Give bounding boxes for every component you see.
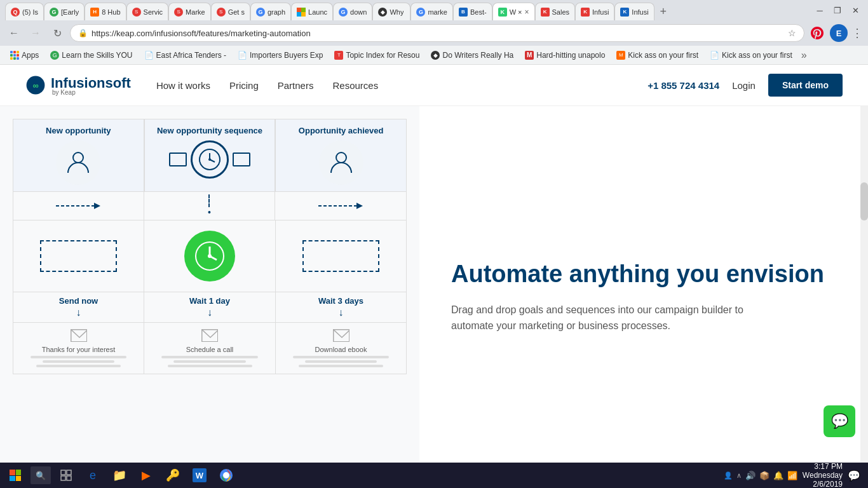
volume-icon[interactable]: 🔊 — [745, 471, 756, 480]
maximize-button[interactable]: ❐ — [830, 3, 845, 18]
bookmark-6[interactable]: ◆ Do Writers Really Ha — [426, 50, 519, 61]
browser-tab-8[interactable]: Launc — [291, 3, 333, 20]
action-center-icon[interactable]: 💬 — [848, 470, 860, 482]
taskbar-system-icons: 👤 ∧ 🔊 📦 🔔 📶 — [724, 471, 797, 480]
chrome-button[interactable] — [214, 464, 239, 487]
browser-tab-15[interactable]: K Infusi — [575, 3, 614, 20]
minimize-button[interactable]: ─ — [812, 3, 827, 18]
tab-label-6: Get s — [228, 8, 245, 16]
send-label-2: Wait 1 day ↓ — [144, 292, 275, 322]
send-label-1: Send now ↓ — [13, 292, 144, 322]
chat-icon: 💬 — [831, 413, 848, 430]
bookmark-2[interactable]: G Learn the Skills YOU — [45, 50, 137, 61]
logo[interactable]: ∞ Infusionsoft by Keap — [25, 75, 131, 96]
refresh-button[interactable]: ↻ — [48, 24, 66, 42]
browser-tab-2[interactable]: G [Early — [44, 3, 85, 20]
email-icon-1 — [71, 329, 87, 342]
network-icon[interactable]: 📶 — [787, 471, 797, 480]
bookmark-4[interactable]: 📄 Importers Buyers Exp — [233, 50, 328, 61]
keeper-button[interactable]: 🔑 — [160, 464, 186, 487]
scrollbar-thumb[interactable] — [860, 182, 868, 220]
bookmark-label-5: Topic Index for Resou — [346, 51, 419, 60]
green-clock-row — [13, 220, 407, 292]
tab-label-10: Why — [390, 8, 403, 16]
svg-rect-21 — [61, 476, 65, 480]
right-empty-cell — [275, 220, 406, 292]
col2-title: New opportunity sequence — [150, 126, 270, 135]
ie-icon: e — [90, 469, 96, 482]
email-title-3: Download ebook — [281, 346, 401, 353]
file-explorer-button[interactable]: 📁 — [107, 464, 132, 487]
website: ∞ Infusionsoft by Keap How it works Pric… — [0, 65, 868, 488]
browser-tab-5[interactable]: S Marke — [168, 3, 211, 20]
taskbar-chevron-icon[interactable]: ∧ — [736, 471, 742, 480]
browser-tab-11[interactable]: G marke — [410, 3, 453, 20]
browser-tab-7[interactable]: G graph — [250, 3, 291, 20]
login-link[interactable]: Login — [732, 80, 756, 91]
bookmark-apps-label: Apps — [22, 51, 39, 60]
nav-right: +1 855 724 4314 Login Start demo — [648, 74, 843, 97]
browser-tab-16[interactable]: K Infusi — [614, 3, 654, 20]
close-button[interactable]: ✕ — [848, 3, 863, 18]
browser-tab-6[interactable]: S Get s — [211, 3, 250, 20]
browser-tab-3[interactable]: H 8 Hub — [85, 3, 126, 20]
forward-button[interactable]: → — [27, 24, 44, 42]
down-arrow-3: ↓ — [280, 307, 402, 318]
bookmark-favicon-4: 📄 — [238, 51, 247, 60]
chat-button[interactable]: 💬 — [824, 405, 855, 437]
bookmark-star-icon[interactable]: ☆ — [788, 28, 796, 38]
bookmark-favicon-9: 📄 — [710, 51, 719, 60]
tab-favicon-14: K — [541, 8, 550, 17]
email-line — [43, 360, 114, 363]
tab-close-13[interactable]: × — [525, 8, 529, 17]
nav-how-it-works[interactable]: How it works — [156, 80, 210, 91]
taskbar-search[interactable]: 🔍 — [31, 466, 51, 484]
person-taskbar-icon: 👤 — [724, 471, 733, 480]
bookmark-5[interactable]: T Topic Index for Resou — [329, 50, 424, 61]
browser-tab-1[interactable]: Q (5) Is — [5, 3, 44, 20]
pinterest-extension[interactable] — [808, 24, 826, 42]
start-demo-button[interactable]: Start demo — [768, 74, 843, 97]
page-scrollbar[interactable] — [860, 106, 868, 488]
arrow-cell-2: • — [144, 192, 276, 220]
menu-button[interactable]: ⋮ — [851, 26, 863, 40]
svg-point-2 — [73, 152, 83, 163]
nav-resources[interactable]: Resources — [332, 80, 378, 91]
url-bar[interactable]: 🔒 https://keap.com/infusionsoft/features… — [70, 24, 804, 42]
vlc-button[interactable]: ▶ — [133, 464, 159, 487]
tab-favicon-6: S — [217, 8, 226, 17]
bookmarks-more-button[interactable]: » — [799, 48, 810, 62]
email-line — [36, 365, 120, 367]
browser-tab-10[interactable]: ◆ Why — [372, 3, 410, 20]
tab-favicon-11: G — [416, 8, 425, 17]
browser-tab-13[interactable]: K W × × — [492, 3, 535, 20]
new-tab-button[interactable]: + — [654, 3, 672, 20]
internet-explorer-button[interactable]: e — [80, 464, 105, 487]
down-arrow-1: ↓ — [17, 307, 140, 318]
taskbar-apps: e 📁 ▶ 🔑 W — [53, 464, 724, 487]
back-button[interactable]: ← — [5, 24, 23, 42]
bookmark-apps[interactable]: Apps — [5, 50, 44, 61]
left-empty-cell — [13, 220, 144, 292]
start-button[interactable] — [3, 464, 28, 487]
browser-tab-9[interactable]: G down — [333, 3, 372, 20]
nav-partners[interactable]: Partners — [278, 80, 314, 91]
profile-button[interactable]: E — [830, 24, 848, 42]
browser-tab-14[interactable]: K Sales — [535, 3, 576, 20]
browser-tab-4[interactable]: S Servic — [126, 3, 169, 20]
bookmark-9[interactable]: 📄 Kick ass on your first — [705, 50, 797, 61]
nav-pricing[interactable]: Pricing — [229, 80, 259, 91]
notification-icon[interactable]: 🔔 — [773, 471, 783, 480]
task-view-button[interactable] — [53, 464, 79, 487]
bookmark-8[interactable]: M Kick ass on your first — [611, 50, 703, 61]
green-clock-cell — [144, 220, 275, 292]
tab-favicon-10: ◆ — [378, 8, 387, 17]
bookmark-7[interactable]: M Hard-hitting unapolo — [520, 50, 610, 61]
browser-tab-12[interactable]: B Best- — [453, 3, 492, 20]
person-svg-left — [64, 149, 92, 177]
dropbox-icon[interactable]: 📦 — [759, 471, 770, 480]
word-button[interactable]: W — [187, 464, 212, 487]
bookmark-3[interactable]: 📄 East Africa Tenders - — [139, 50, 232, 61]
email-lines-2 — [149, 356, 270, 367]
email-lines-3 — [281, 356, 401, 367]
